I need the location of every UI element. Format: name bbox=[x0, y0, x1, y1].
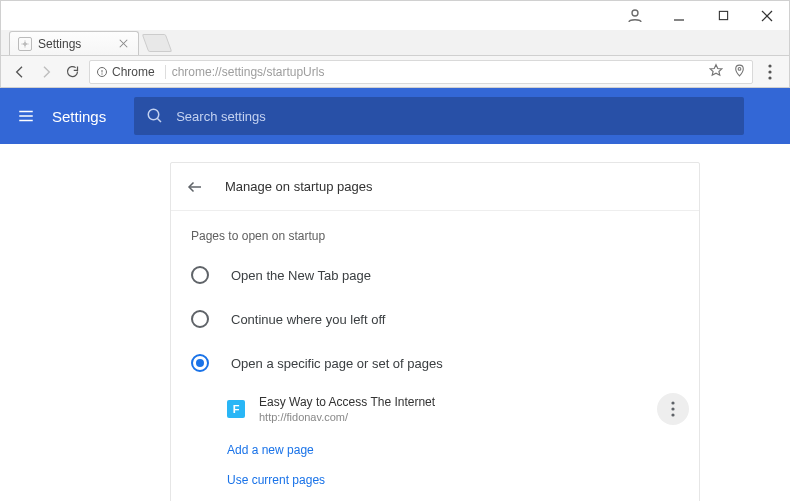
svg-rect-2 bbox=[719, 11, 727, 19]
svg-marker-11 bbox=[710, 65, 722, 76]
svg-point-13 bbox=[768, 64, 771, 67]
svg-point-22 bbox=[671, 401, 674, 404]
window-maximize-button[interactable] bbox=[701, 1, 745, 31]
omnibox-scheme-label: Chrome bbox=[112, 65, 155, 79]
window-close-button[interactable] bbox=[745, 1, 789, 31]
window-minimize-button[interactable] bbox=[657, 1, 701, 31]
radio-label: Open the New Tab page bbox=[231, 268, 371, 283]
svg-point-23 bbox=[671, 407, 674, 410]
svg-point-15 bbox=[768, 76, 771, 79]
settings-search[interactable] bbox=[134, 97, 744, 135]
svg-point-12 bbox=[738, 67, 741, 70]
svg-line-20 bbox=[157, 118, 161, 122]
radio-icon bbox=[191, 310, 209, 328]
header-title: Settings bbox=[52, 108, 106, 125]
user-account-icon[interactable] bbox=[613, 1, 657, 31]
nav-back-button[interactable] bbox=[7, 59, 33, 85]
page-entry-url: http://fidonav.com/ bbox=[259, 411, 435, 423]
svg-point-0 bbox=[632, 10, 638, 16]
omnibox-url: chrome://settings/startupUrls bbox=[172, 65, 325, 79]
radio-specific-pages[interactable]: Open a specific page or set of pages bbox=[171, 341, 699, 385]
tab-settings[interactable]: Settings bbox=[9, 31, 139, 55]
radio-icon bbox=[191, 266, 209, 284]
add-new-page-link[interactable]: Add a new page bbox=[171, 433, 699, 467]
window-titlebar bbox=[0, 0, 790, 30]
browser-toolbar: Chrome chrome://settings/startupUrls bbox=[0, 56, 790, 88]
tab-favicon-icon bbox=[18, 37, 32, 51]
page-meta: Easy Way to Access The Internet http://f… bbox=[259, 395, 435, 423]
nav-reload-button[interactable] bbox=[59, 59, 85, 85]
location-icon[interactable] bbox=[733, 64, 746, 80]
tab-title: Settings bbox=[38, 37, 81, 51]
tab-strip: Settings bbox=[0, 30, 790, 56]
card-header: Manage on startup pages bbox=[171, 163, 699, 211]
svg-point-24 bbox=[671, 413, 674, 416]
radio-continue-left-off[interactable]: Continue where you left off bbox=[171, 297, 699, 341]
svg-point-14 bbox=[768, 70, 771, 73]
section-label: Pages to open on startup bbox=[171, 211, 699, 253]
search-icon bbox=[146, 107, 164, 125]
startup-pages-card: Manage on startup pages Pages to open on… bbox=[170, 162, 700, 501]
omnibox[interactable]: Chrome chrome://settings/startupUrls bbox=[89, 60, 753, 84]
bookmark-star-icon[interactable] bbox=[709, 63, 723, 80]
use-current-pages-link[interactable]: Use current pages bbox=[171, 467, 699, 501]
browser-menu-button[interactable] bbox=[757, 64, 783, 80]
card-title: Manage on startup pages bbox=[225, 179, 372, 194]
radio-label: Continue where you left off bbox=[231, 312, 385, 327]
nav-forward-button[interactable] bbox=[33, 59, 59, 85]
startup-page-entry: F Easy Way to Access The Internet http:/… bbox=[171, 385, 699, 433]
omnibox-separator bbox=[165, 65, 166, 79]
radio-icon-selected bbox=[191, 354, 209, 372]
page-entry-title: Easy Way to Access The Internet bbox=[259, 395, 435, 409]
back-button[interactable] bbox=[185, 177, 205, 197]
radio-label: Open a specific page or set of pages bbox=[231, 356, 443, 371]
site-info-icon[interactable] bbox=[96, 66, 108, 78]
settings-header: Settings bbox=[0, 88, 790, 144]
menu-toggle-button[interactable] bbox=[16, 106, 36, 126]
entry-more-button[interactable] bbox=[657, 393, 689, 425]
content-area: Manage on startup pages Pages to open on… bbox=[0, 144, 790, 501]
new-tab-button[interactable] bbox=[142, 34, 173, 52]
tab-close-icon[interactable] bbox=[116, 37, 130, 51]
search-input[interactable] bbox=[176, 109, 732, 124]
radio-open-new-tab[interactable]: Open the New Tab page bbox=[171, 253, 699, 297]
page-favicon-icon: F bbox=[227, 400, 245, 418]
svg-point-5 bbox=[24, 42, 27, 45]
svg-point-19 bbox=[148, 109, 159, 120]
svg-point-10 bbox=[102, 73, 103, 74]
